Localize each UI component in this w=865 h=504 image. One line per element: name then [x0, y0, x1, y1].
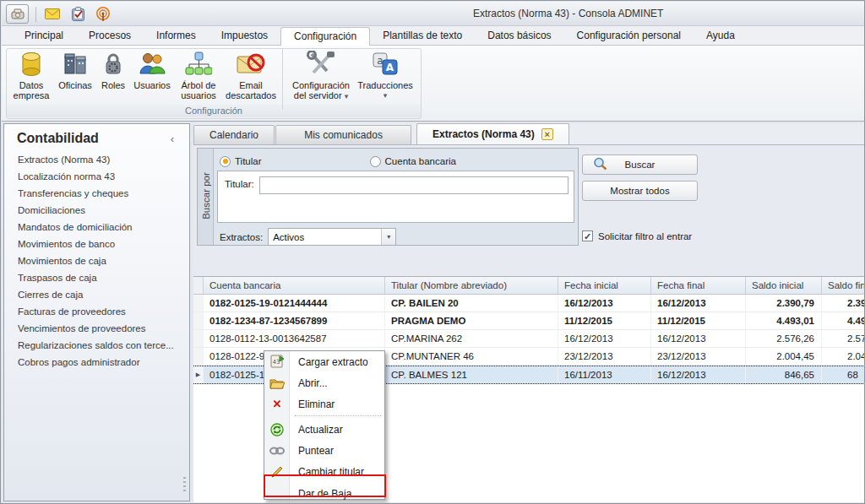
search-icon: [593, 157, 607, 172]
titular-input[interactable]: [259, 176, 569, 194]
col-fecha-final[interactable]: Fecha final: [651, 277, 746, 294]
table-row[interactable]: 0128-0112-13-0013642587 CP.MARINA 262 16…: [193, 330, 865, 348]
ribbon-tab-config-personal[interactable]: Configuración personal: [564, 27, 694, 46]
sidebar-item-regularizaciones[interactable]: Regularizaciones saldos con terce...: [4, 337, 189, 354]
app-icon[interactable]: [6, 4, 29, 24]
chevron-down-icon: ▾: [384, 90, 388, 100]
sidebar-item-mandatos[interactable]: Mandatos de domiciliación: [4, 219, 189, 236]
ribbon-tab-principal[interactable]: Principal: [12, 27, 76, 46]
collapse-chevron-icon[interactable]: ‹: [171, 133, 174, 145]
radio-titular-label: Titular: [235, 156, 262, 166]
sidebar-item-extractos[interactable]: Extractos (Norma 43): [4, 151, 189, 168]
search-group-side-label: Buscar por: [198, 149, 214, 245]
col-fecha-inicial[interactable]: Fecha inicial: [558, 277, 651, 294]
roles-button[interactable]: Roles: [96, 49, 130, 91]
sidebar-item-localizacion[interactable]: Localización norma 43: [4, 168, 189, 185]
table-header: Cuenta bancaria Titular (Nombre abreviad…: [193, 277, 865, 295]
oficinas-button[interactable]: Oficinas: [54, 49, 96, 91]
broadcast-icon[interactable]: [94, 5, 112, 24]
splitter-grip[interactable]: [183, 477, 186, 492]
sidebar-item-traspasos[interactable]: Traspasos de caja: [4, 269, 189, 286]
close-icon[interactable]: ×: [541, 128, 553, 140]
menu-item-abrir[interactable]: Abrir...: [264, 372, 384, 393]
database-icon: [20, 50, 42, 79]
extractos-label: Extractos:: [220, 232, 263, 242]
context-menu: 43 Cargar extracto Abrir... ✕ Eliminar A…: [264, 350, 385, 500]
extractos-select[interactable]: Activos ▾: [268, 228, 396, 246]
ribbon-tab-configuracion[interactable]: Configuración: [280, 27, 370, 46]
ribbon-tab-procesos[interactable]: Procesos: [76, 27, 144, 46]
sidebar-item-mov-caja[interactable]: Movimientos de caja: [4, 252, 189, 269]
ribbon-tab-ayuda[interactable]: Ayuda: [694, 27, 748, 46]
chevron-down-icon[interactable]: ▾: [381, 229, 395, 245]
mail-icon[interactable]: [43, 5, 62, 24]
ribbon-tab-datos-basicos[interactable]: Datos básicos: [475, 27, 563, 46]
ribbon-button-label: Datos empresa: [12, 80, 51, 100]
mostrar-todos-button[interactable]: Mostrar todos: [582, 181, 698, 201]
col-titular[interactable]: Titular (Nombre abreviado): [385, 277, 558, 294]
highlight-rectangle: [264, 474, 386, 497]
tab-label: Extractos (Norma 43): [432, 124, 535, 144]
menu-item-eliminar[interactable]: ✕ Eliminar: [264, 393, 384, 415]
sidebar-item-cierres[interactable]: Cierres de caja: [4, 286, 189, 303]
tools-icon: [307, 50, 335, 79]
sidebar-item-cobros[interactable]: Cobros pagos administrador: [4, 354, 189, 371]
menu-item-actualizar[interactable]: Actualizar: [264, 419, 384, 440]
row-indicator-arrow-icon: ▶: [193, 366, 204, 383]
buscar-button[interactable]: Buscar: [582, 154, 698, 175]
ribbon-body: Configuración Datos empresa Oficinas Rol…: [2, 45, 865, 122]
lock-icon: [103, 50, 123, 79]
tab-comunicados[interactable]: Mis comunicados activos: [275, 125, 411, 144]
sidebar-item-facturas[interactable]: Facturas de proveedores: [4, 303, 189, 320]
traducciones-button[interactable]: aA Traducciones ▾: [356, 49, 415, 101]
sidebar-item-vencimientos[interactable]: Vencimientos de proveedores: [4, 320, 189, 337]
menu-item-cargar-extracto[interactable]: 43 Cargar extracto: [264, 351, 384, 372]
radio-titular[interactable]: [220, 156, 231, 167]
quick-access-toolbar: [6, 4, 112, 24]
tasks-icon[interactable]: [68, 5, 87, 24]
col-saldo-inicial[interactable]: Saldo inicial: [746, 277, 822, 294]
sidebar-title: Contabilidad: [17, 131, 99, 146]
delete-icon: ✕: [264, 398, 290, 410]
mostrar-label: Mostrar todos: [610, 186, 669, 196]
datos-empresa-button[interactable]: Datos empresa: [8, 49, 54, 101]
tab-extractos[interactable]: Extractos (Norma 43) ×: [416, 123, 569, 144]
tab-calendario[interactable]: Calendario: [193, 125, 275, 144]
radio-cuenta-bancaria[interactable]: [370, 156, 381, 167]
ribbon-button-label: Árbol de usuarios: [177, 80, 220, 100]
menu-item-puntear[interactable]: Puntear: [264, 440, 384, 461]
solicitar-filtro-checkbox[interactable]: ✓: [582, 230, 593, 241]
buscar-label: Buscar: [625, 160, 656, 170]
ribbon-tab-impuestos[interactable]: Impuestos: [209, 27, 280, 46]
chevron-down-icon: ▾: [345, 92, 349, 100]
email-descartados-button[interactable]: Email descartados: [223, 49, 279, 101]
open-folder-icon: [264, 377, 290, 389]
title-bar: Extractos (Norma 43) - Consola ADMINET: [2, 2, 865, 26]
config-servidor-button[interactable]: Configuración del servidor ▾: [286, 49, 356, 102]
ribbon-button-label: Traducciones: [357, 80, 413, 90]
ribbon-button-label: Usuarios: [133, 80, 170, 90]
table-row[interactable]: 0182-1234-87-1234567899 PRAGMA DEMO 11/1…: [193, 312, 865, 330]
ribbon-group-label: Configuración: [7, 105, 421, 117]
ribbon-button-label: Email descartados: [226, 80, 276, 100]
ribbon-button-label: Roles: [101, 80, 125, 90]
window-title: Extractos (Norma 43) - Consola ADMINET: [473, 8, 663, 19]
ribbon-tab-plantillas[interactable]: Plantillas de texto: [370, 27, 475, 46]
sidebar-item-domiciliaciones[interactable]: Domiciliaciones: [4, 202, 189, 219]
toolbar-separator: [35, 7, 36, 22]
extractos-selected-value: Activos: [269, 232, 381, 242]
usuarios-button[interactable]: Usuarios: [130, 49, 174, 91]
ribbon-tab-informes[interactable]: Informes: [144, 27, 209, 46]
offices-icon: [63, 50, 88, 79]
sidebar-item-transferencias[interactable]: Transferencias y cheques: [4, 185, 189, 202]
col-cuenta[interactable]: Cuenta bancaria: [204, 277, 385, 294]
link-icon: [264, 447, 290, 455]
arbol-usuarios-button[interactable]: Árbol de usuarios: [174, 49, 223, 101]
table-row[interactable]: 0182-0125-19-0121444444 CP. BAILEN 20 16…: [193, 295, 865, 312]
sidebar-item-mov-banco[interactable]: Movimientos de banco: [4, 236, 189, 252]
ribbon-separator: [282, 49, 283, 110]
col-saldo-final[interactable]: Saldo final: [822, 277, 865, 294]
refresh-icon: [264, 423, 290, 436]
svg-text:A: A: [386, 62, 394, 73]
load-extract-icon: 43: [264, 355, 290, 369]
